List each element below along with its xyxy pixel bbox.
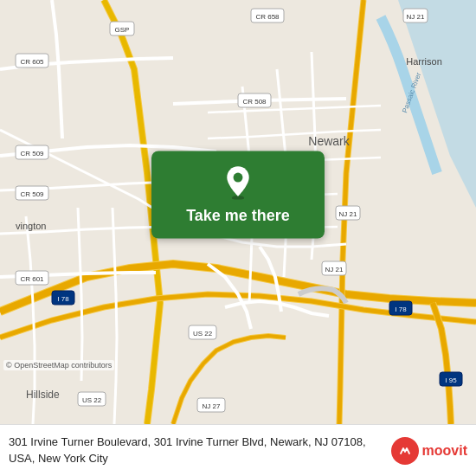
- button-label: Take me there: [186, 207, 290, 225]
- svg-text:NJ 21: NJ 21: [339, 210, 357, 218]
- osm-attribution: © OpenStreetMap contributors: [3, 360, 114, 370]
- svg-text:I 78: I 78: [57, 295, 69, 303]
- svg-point-40: [234, 173, 243, 183]
- svg-text:CR 605: CR 605: [20, 58, 44, 66]
- moovit-text: moovit: [422, 443, 467, 459]
- svg-text:I 78: I 78: [395, 306, 407, 313]
- take-me-there-button[interactable]: Take me there: [151, 151, 325, 239]
- svg-text:vington: vington: [16, 221, 46, 231]
- svg-text:CR 601: CR 601: [20, 275, 44, 283]
- svg-text:US 22: US 22: [82, 396, 102, 404]
- svg-text:NJ 21: NJ 21: [407, 13, 425, 21]
- svg-text:Hillside: Hillside: [26, 389, 60, 401]
- svg-text:Harrison: Harrison: [406, 56, 442, 67]
- svg-text:NJ 21: NJ 21: [325, 266, 344, 273]
- svg-text:NJ 27: NJ 27: [203, 402, 221, 410]
- svg-text:CR 509: CR 509: [20, 190, 44, 198]
- bottom-bar: 301 Irvine Turner Boulevard, 301 Irvine …: [0, 424, 476, 476]
- svg-text:I 95: I 95: [445, 376, 457, 384]
- moovit-logo: moovit: [391, 437, 467, 465]
- svg-text:GSP: GSP: [115, 26, 130, 34]
- address-text: 301 Irvine Turner Boulevard, 301 Irvine …: [9, 434, 391, 466]
- moovit-icon: [391, 437, 419, 465]
- svg-text:Newark: Newark: [308, 134, 350, 148]
- svg-text:CR 509: CR 509: [20, 150, 44, 158]
- svg-text:US 22: US 22: [193, 330, 213, 338]
- svg-text:CR 658: CR 658: [255, 13, 280, 21]
- svg-text:CR 508: CR 508: [242, 98, 267, 106]
- map-container: CR 605 GSP CR 658 NJ 21 Harrison CR 509 …: [0, 0, 476, 424]
- location-pin-icon: [222, 165, 254, 200]
